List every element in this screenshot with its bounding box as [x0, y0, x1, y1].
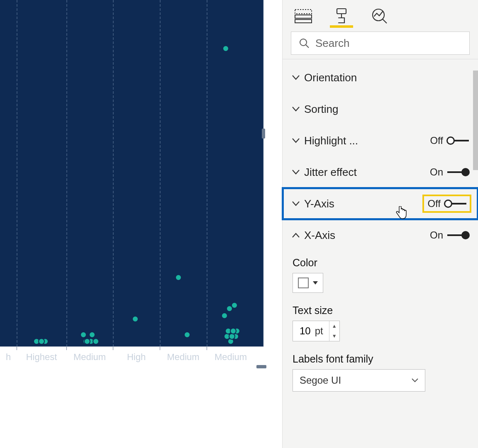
x-axis-line [0, 346, 263, 347]
section-label: X-Axis [302, 229, 430, 242]
toggle-state-text: Off [430, 135, 443, 146]
svg-rect-2 [295, 19, 312, 23]
search-container [283, 28, 478, 59]
data-point[interactable] [175, 274, 182, 281]
svg-rect-0 [295, 10, 312, 14]
search-input[interactable] [315, 37, 462, 50]
pane-scrollbar-thumb[interactable] [473, 71, 478, 170]
tick-mark [113, 347, 113, 350]
x-axis-tick-label: Medium [207, 352, 255, 363]
textsize-value: 10 [293, 325, 315, 337]
data-point[interactable] [221, 312, 228, 319]
toggle-highlight[interactable] [447, 137, 469, 144]
fields-icon [295, 9, 312, 23]
search-box[interactable] [291, 32, 470, 55]
xaxis-textsize-block: Text size 10 pt ▲ ▼ [283, 299, 478, 347]
xaxis-fontfamily-block: Labels font family Segoe UI [283, 347, 478, 397]
section-label: Y-Axis [302, 197, 425, 210]
chevron-down-icon [290, 170, 302, 175]
resize-grip-right[interactable] [262, 129, 265, 139]
spinner-buttons[interactable]: ▲ ▼ [329, 321, 339, 341]
section-jitter[interactable]: Jitter effect On [283, 156, 478, 188]
category-divider [207, 0, 207, 347]
tick-mark [17, 347, 17, 350]
section-label: Jitter effect [302, 166, 430, 179]
chevron-down-icon [313, 281, 318, 285]
x-axis-tick-label: High [113, 352, 160, 363]
svg-rect-1 [295, 15, 312, 18]
x-axis-tick-label: Medium [66, 352, 113, 363]
svg-point-5 [300, 39, 307, 46]
fontfamily-label: Labels font family [293, 353, 468, 365]
plot-area [0, 0, 263, 347]
analytics-icon [371, 8, 388, 24]
tick-mark [66, 347, 67, 350]
data-point[interactable] [0, 338, 1, 345]
category-divider [66, 0, 67, 347]
section-xaxis[interactable]: X-Axis On [283, 219, 478, 251]
data-point[interactable] [93, 338, 99, 345]
tick-mark [160, 347, 160, 350]
chevron-down-icon [290, 138, 302, 143]
textsize-unit: pt [315, 325, 329, 337]
toggle-yaxis[interactable] [445, 200, 466, 207]
data-point[interactable] [231, 302, 238, 309]
fontfamily-value: Segoe UI [300, 375, 341, 386]
data-point[interactable] [184, 331, 190, 338]
analytics-tab[interactable] [371, 7, 389, 25]
x-axis-labels: hHighestMediumHighMediumMedium [0, 352, 263, 368]
category-divider [113, 0, 114, 347]
toggle-jitter[interactable] [447, 168, 469, 176]
format-icon [334, 7, 349, 25]
textsize-spinner[interactable]: 10 pt ▲ ▼ [293, 321, 340, 341]
format-pane: Orientation Sorting Highlight ... Off [282, 0, 478, 448]
resize-guide-right [263, 0, 264, 347]
format-sections: Orientation Sorting Highlight ... Off [283, 59, 478, 397]
section-yaxis[interactable]: Y-Axis Off [283, 188, 478, 219]
chevron-down-icon [290, 107, 302, 112]
color-label: Color [293, 257, 468, 269]
toggle-state-text: On [430, 166, 443, 178]
category-divider [160, 0, 161, 347]
svg-rect-3 [337, 9, 346, 14]
chevron-down-icon [290, 201, 302, 206]
toggle-yaxis-wrap: Off [425, 197, 469, 210]
color-swatch [298, 278, 309, 288]
chart-canvas[interactable]: hHighestMediumHighMediumMedium [0, 0, 282, 448]
section-orientation[interactable]: Orientation [283, 62, 478, 93]
chevron-up-icon [290, 233, 302, 238]
fields-tab[interactable] [294, 7, 312, 25]
section-label: Sorting [302, 103, 469, 116]
section-label: Orientation [302, 71, 469, 84]
visual-frame: hHighestMediumHighMediumMedium [0, 0, 282, 369]
color-picker[interactable] [293, 273, 323, 293]
x-axis-tick-label: Highest [17, 352, 66, 363]
data-point[interactable] [222, 45, 229, 52]
x-axis-tick-label: Medium [160, 352, 207, 363]
data-point[interactable] [89, 331, 95, 338]
data-point[interactable] [80, 331, 87, 338]
spin-up-icon[interactable]: ▲ [329, 321, 339, 331]
section-sorting[interactable]: Sorting [283, 93, 478, 125]
toggle-state-text: Off [427, 198, 441, 209]
search-icon [299, 38, 310, 49]
tick-mark [207, 347, 207, 350]
chevron-down-icon [290, 75, 302, 80]
spin-down-icon[interactable]: ▼ [329, 331, 339, 341]
toggle-xaxis[interactable] [447, 231, 469, 239]
fontfamily-dropdown[interactable]: Segoe UI [293, 369, 425, 392]
data-point[interactable] [132, 316, 139, 322]
toggle-state-text: On [430, 229, 443, 241]
section-label: Highlight ... [302, 134, 430, 147]
section-highlight[interactable]: Highlight ... Off [283, 125, 478, 156]
textsize-label: Text size [293, 304, 468, 317]
pane-tabs [283, 0, 478, 28]
format-tab[interactable] [332, 7, 351, 25]
chevron-down-icon [412, 378, 418, 382]
x-axis-tick-label: h [0, 352, 17, 363]
category-divider [17, 0, 17, 347]
xaxis-color-block: Color [283, 251, 478, 299]
